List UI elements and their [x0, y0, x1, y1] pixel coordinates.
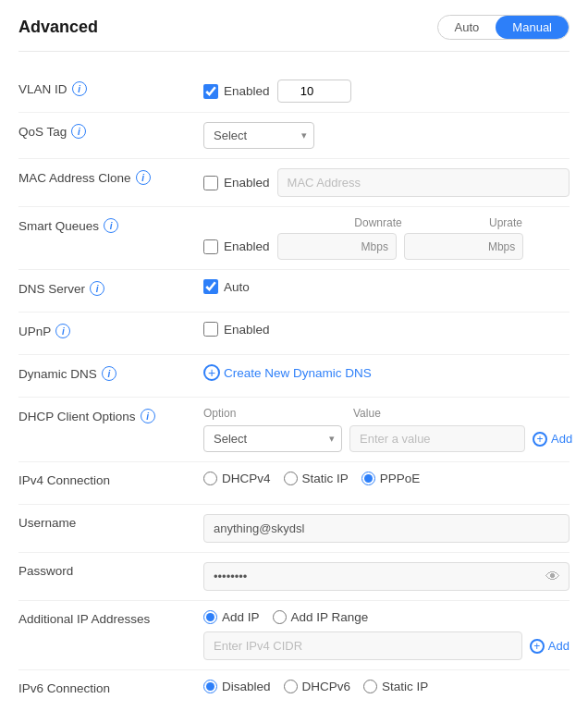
ipv4-staticip-option[interactable]: Static IP [284, 472, 349, 485]
dhcp-client-info-icon[interactable]: i [141, 409, 155, 423]
dns-server-checkbox[interactable] [203, 279, 218, 294]
mac-address-info-icon[interactable]: i [136, 170, 151, 185]
ipv4-pppoe-label: PPPoE [380, 472, 421, 485]
add-ip-radio[interactable] [203, 610, 217, 624]
ipv6-disabled-radio[interactable] [203, 680, 217, 693]
ipv4-pppoe-radio[interactable] [361, 472, 375, 485]
password-label: Password [18, 562, 203, 578]
upnp-info-icon[interactable]: i [55, 324, 70, 338]
ipv4-staticip-radio[interactable] [284, 472, 298, 485]
mac-address-checkbox-wrap: Enabled [203, 176, 270, 190]
sq-header: Downrate Uprate [203, 216, 570, 229]
ipv4-dhcpv4-radio[interactable] [203, 472, 217, 485]
vlan-id-enabled-label: Enabled [224, 84, 270, 98]
upnp-checkbox-wrap: Enabled [203, 322, 270, 337]
cidr-input[interactable] [203, 631, 522, 660]
auto-toggle-btn[interactable]: Auto [438, 16, 496, 39]
dhcp-add-button[interactable]: + Add [533, 432, 572, 447]
qos-tag-label: QoS Tag i [18, 122, 203, 139]
dhcp-input-row: Select ▾ + Add [203, 425, 572, 452]
smart-queues-row: Smart Queues i Downrate Uprate Enabled M… [18, 207, 570, 270]
sq-downrate-label: Downrate [318, 216, 438, 229]
username-input[interactable] [203, 514, 570, 543]
smart-queues-checkbox[interactable] [203, 239, 218, 254]
ipv6-dhcpv6-label: DHCPv6 [302, 680, 351, 693]
password-input-wrap: 👁 [203, 562, 570, 591]
ipv6-radio-group: Disabled DHCPv6 Static IP [203, 680, 428, 693]
ipv4-connection-row: IPv4 Connection DHCPv4 Static IP PPPoE [18, 462, 570, 505]
upnp-enabled-label: Enabled [224, 323, 270, 337]
ipv4-dhcpv4-option[interactable]: DHCPv4 [203, 472, 271, 485]
sq-downrate-unit: Mbps [361, 235, 396, 259]
page-title: Advanced [18, 18, 98, 37]
mode-toggle: Auto Manual [437, 15, 570, 40]
smart-queues-content: Downrate Uprate Enabled Mbps Mbps [203, 216, 570, 260]
dns-server-info-icon[interactable]: i [90, 281, 104, 296]
vlan-id-row: VLAN ID i Enabled [18, 70, 570, 113]
dynamic-dns-row: Dynamic DNS i + Create New Dynamic DNS [18, 355, 570, 398]
vlan-id-input[interactable] [277, 80, 351, 103]
password-eye-icon[interactable]: 👁 [545, 569, 560, 585]
qos-tag-select-wrap: Select ▾ [203, 122, 314, 149]
sq-uprate-wrap: Mbps [404, 233, 523, 260]
dns-server-content: Auto [203, 279, 570, 294]
upnp-content: Enabled [203, 322, 570, 337]
smart-queues-info-icon[interactable]: i [104, 218, 118, 233]
ipv6-dhcpv6-radio[interactable] [284, 680, 298, 693]
ipv4-dhcpv4-label: DHCPv4 [222, 472, 271, 485]
dhcp-option-col-label: Option [203, 407, 342, 420]
manual-toggle-btn[interactable]: Manual [496, 16, 569, 39]
mac-address-enabled-label: Enabled [224, 176, 270, 190]
additional-ip-row: Additional IP Addresses Add IP Add IP Ra… [18, 601, 570, 670]
qos-tag-info-icon[interactable]: i [71, 124, 86, 139]
ipv6-staticip-radio[interactable] [363, 680, 377, 693]
add-ip-range-option[interactable]: Add IP Range [273, 610, 369, 624]
additional-ip-label: Additional IP Addresses [18, 610, 203, 626]
page-header: Advanced Auto Manual [18, 15, 570, 52]
add-ip-option[interactable]: Add IP [203, 610, 260, 624]
vlan-id-content: Enabled [203, 80, 570, 103]
username-label: Username [18, 514, 203, 530]
ipv6-staticip-label: Static IP [382, 680, 428, 693]
dhcp-header-row: Option Value [203, 407, 572, 420]
qos-tag-content: Select ▾ [203, 122, 570, 149]
password-content: 👁 [203, 562, 570, 591]
dynamic-dns-label: Dynamic DNS i [18, 364, 203, 381]
qos-tag-row: QoS Tag i Select ▾ [18, 113, 570, 159]
sq-uprate-unit: Mbps [488, 235, 522, 259]
username-row: Username [18, 505, 570, 553]
qos-tag-select[interactable]: Select [203, 122, 314, 149]
ipv6-dhcpv6-option[interactable]: DHCPv6 [284, 680, 351, 693]
vlan-id-label: VLAN ID i [18, 80, 203, 96]
username-input-wrap [203, 514, 570, 543]
vlan-id-info-icon[interactable]: i [72, 81, 87, 96]
mac-address-label: MAC Address Clone i [18, 168, 203, 185]
dhcp-add-plus-icon: + [533, 432, 547, 447]
sq-uprate-label: Uprate [446, 216, 566, 229]
cidr-add-plus-icon: + [530, 639, 545, 654]
ipv4-radio-group: DHCPv4 Static IP PPPoE [203, 472, 420, 485]
vlan-id-checkbox[interactable] [203, 84, 218, 99]
cidr-add-button[interactable]: + Add [530, 639, 570, 654]
ipv4-connection-label: IPv4 Connection [18, 472, 203, 487]
password-input[interactable] [203, 562, 570, 591]
dhcp-client-options-label: DHCP Client Options i [18, 407, 203, 423]
mac-address-checkbox[interactable] [203, 176, 218, 190]
ipv4-pppoe-option[interactable]: PPPoE [361, 472, 421, 485]
ipv6-disabled-option[interactable]: Disabled [203, 680, 271, 693]
add-ip-range-radio[interactable] [273, 610, 287, 624]
upnp-checkbox[interactable] [203, 322, 218, 337]
ipv4-connection-content: DHCPv4 Static IP PPPoE [203, 472, 570, 485]
dns-server-row: DNS Server i Auto [18, 270, 570, 313]
sq-downrate-input[interactable] [278, 234, 361, 259]
dhcp-value-input[interactable] [349, 425, 525, 452]
additional-ip-radio-group: Add IP Add IP Range [203, 610, 368, 624]
dhcp-option-select[interactable]: Select [203, 425, 342, 452]
create-dynamic-dns-button[interactable]: + Create New Dynamic DNS [203, 364, 372, 381]
dhcp-client-options-row: DHCP Client Options i Option Value Selec… [18, 398, 570, 462]
dynamic-dns-content: + Create New Dynamic DNS [203, 364, 570, 381]
dynamic-dns-info-icon[interactable]: i [102, 366, 116, 381]
ipv6-staticip-option[interactable]: Static IP [363, 680, 428, 693]
sq-uprate-input[interactable] [405, 234, 488, 259]
mac-address-input[interactable] [277, 168, 570, 197]
